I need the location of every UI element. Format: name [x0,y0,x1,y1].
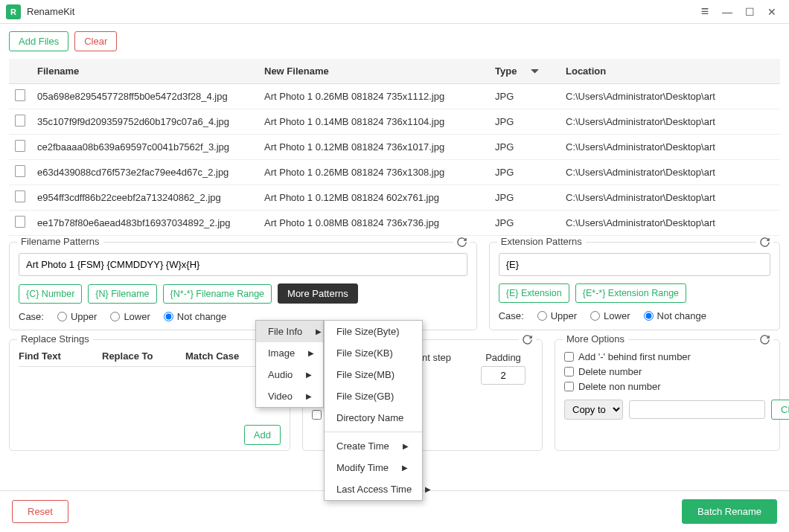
filename-pattern-input[interactable] [19,253,467,276]
padding-field: Padding [481,352,526,385]
col-new-filename[interactable]: New Filename [258,59,489,84]
menu-file-size-kb[interactable]: File Size(KB) [325,342,422,364]
copy-to-select[interactable]: Copy to [564,400,623,420]
batch-rename-button[interactable]: Batch Rename [682,499,777,524]
cell-type: JPG [489,160,560,185]
filter-icon[interactable]: ⏷ [530,65,540,77]
radio-not-change[interactable]: Not change [644,310,707,321]
col-replace-to: Replace To [102,350,185,362]
extension-patterns-panel: Extension Patterns {E} Extension {E*-*} … [489,242,780,330]
case-label: Case: [499,310,524,321]
cell-filename: e63d439088cd76f573e2fac79ee4d67c_2.jpg [31,160,258,185]
reset-button[interactable]: Reset [12,500,68,523]
file-icon [15,190,25,202]
file-icon [15,140,25,152]
cell-new-filename: Art Photo 1 0.12MB 081824 736x1017.jpg [258,135,489,160]
table-row[interactable]: e954ff3cdff86b22ceebf2a713240862_2.jpgAr… [9,185,780,211]
radio-lower[interactable]: Lower [590,310,630,321]
cell-new-filename: Art Photo 1 0.14MB 081824 736x1104.jpg [258,109,489,135]
more-options-panel: More Options Add '-' behind first number… [555,339,780,451]
tag-filename[interactable]: {N} Filename [88,284,156,304]
radio-lower[interactable]: Lower [110,311,150,322]
more-patterns-menu: File Info▶ Image▶ Audio▶ Video▶ [255,320,324,408]
cell-new-filename: Art Photo 1 0.26MB 081824 735x1112.jpg [258,84,489,109]
change-button[interactable]: Change [771,400,789,420]
cell-filename: ce2fbaaaa08b639a69597c0041b7562f_3.jpg [31,135,258,160]
extension-pattern-input[interactable] [499,253,770,276]
menu-video[interactable]: Video▶ [256,385,323,407]
clear-button[interactable]: Clear [74,31,117,51]
refresh-icon[interactable] [756,334,773,347]
col-filename[interactable]: Filename [31,59,258,84]
chevron-right-icon: ▶ [308,349,314,357]
menu-file-size-gb[interactable]: File Size(GB) [325,385,422,407]
toolbar: Add Files Clear [0,24,789,59]
app-title: RenameKit [27,6,694,17]
menu-create-time[interactable]: Create Time▶ [325,435,422,457]
refresh-icon[interactable] [519,334,536,347]
more-patterns-button[interactable]: More Patterns [278,283,358,304]
menu-file-size-mb[interactable]: File Size(MB) [325,364,422,385]
menu-audio[interactable]: Audio▶ [256,364,323,385]
menu-image[interactable]: Image▶ [256,342,323,364]
refresh-icon[interactable] [453,237,470,250]
cell-new-filename: Art Photo 1 0.12MB 081824 602x761.jpg [258,185,489,211]
tag-extension[interactable]: {E} Extension [499,283,569,303]
tag-filename-range[interactable]: {N*-*} Filename Range [163,284,272,304]
table-row[interactable]: ce2fbaaaa08b639a69597c0041b7562f_3.jpgAr… [9,135,780,160]
chk-with-1-file[interactable] [312,410,322,420]
table-row[interactable]: ee17b78f80e6aead483bf16937034892_2.jpgAr… [9,211,780,236]
table-row[interactable]: 35c107f9f9d209359752d60b179c07a6_4.jpgAr… [9,109,780,135]
more-options-title: More Options [563,333,628,344]
radio-upper[interactable]: Upper [537,310,577,321]
chevron-right-icon: ▶ [316,327,322,336]
radio-not-change[interactable]: Not change [164,311,227,322]
chevron-right-icon: ▶ [403,442,409,450]
chk-delete-non-number[interactable]: Delete non number [564,381,770,392]
table-row[interactable]: e63d439088cd76f573e2fac79ee4d67c_2.jpgAr… [9,160,780,185]
add-files-button[interactable]: Add Files [9,31,68,51]
cell-location: C:\Users\Administrator\Desktop\art [560,135,780,160]
col-find-text: Find Text [19,350,102,362]
menu-modify-time[interactable]: Modify Time▶ [325,457,422,478]
cell-type: JPG [489,211,560,236]
chevron-right-icon: ▶ [425,485,431,493]
col-type[interactable]: Type ⏷ [489,59,560,84]
replace-strings-panel: Replace Strings Find Text Replace To Mat… [9,339,290,451]
close-icon[interactable]: ✕ [761,1,783,23]
cell-filename: e954ff3cdff86b22ceebf2a713240862_2.jpg [31,185,258,211]
menu-file-size-byte[interactable]: File Size(Byte) [325,321,422,342]
table-row[interactable]: 05a698e8295457728ff5b0e5472d3f28_4.jpgAr… [9,84,780,109]
file-table: Filename New Filename Type ⏷ Location 05… [9,59,780,236]
cell-new-filename: Art Photo 1 0.08MB 081824 736x736.jpg [258,211,489,236]
cell-location: C:\Users\Administrator\Desktop\art [560,211,780,236]
menu-directory-name[interactable]: Directory Name [325,407,422,429]
refresh-icon[interactable] [756,237,773,250]
minimize-icon[interactable]: — [716,1,738,23]
cell-type: JPG [489,185,560,211]
menu-file-info[interactable]: File Info▶ [256,321,323,342]
maximize-icon[interactable]: ☐ [738,1,761,23]
cell-new-filename: Art Photo 1 0.26MB 081824 736x1308.jpg [258,160,489,185]
cell-filename: 35c107f9f9d209359752d60b179c07a6_4.jpg [31,109,258,135]
chk-add-dash[interactable]: Add '-' behind first number [564,351,770,362]
chk-delete-number[interactable]: Delete number [564,366,770,377]
filename-patterns-panel: Filename Patterns {C} Number {N} Filenam… [9,242,477,330]
chevron-right-icon: ▶ [306,392,312,400]
tag-extension-range[interactable]: {E*-*} Extension Range [575,283,686,303]
cell-location: C:\Users\Administrator\Desktop\art [560,160,780,185]
menu-icon[interactable]: ≡ [694,1,716,23]
cell-location: C:\Users\Administrator\Desktop\art [560,109,780,135]
titlebar: R RenameKit ≡ — ☐ ✕ [0,0,789,24]
padding-input[interactable] [481,366,526,385]
radio-upper[interactable]: Upper [57,311,97,322]
copy-to-path-input[interactable] [629,400,765,419]
file-icon [15,89,25,101]
col-location[interactable]: Location [560,59,780,84]
tag-number[interactable]: {C} Number [19,284,82,304]
add-replace-button[interactable]: Add [244,425,281,445]
menu-last-access-time[interactable]: Last Access Time▶ [325,478,422,500]
filename-patterns-title: Filename Patterns [17,236,103,247]
chevron-right-icon: ▶ [306,371,312,379]
file-icon [15,165,25,177]
